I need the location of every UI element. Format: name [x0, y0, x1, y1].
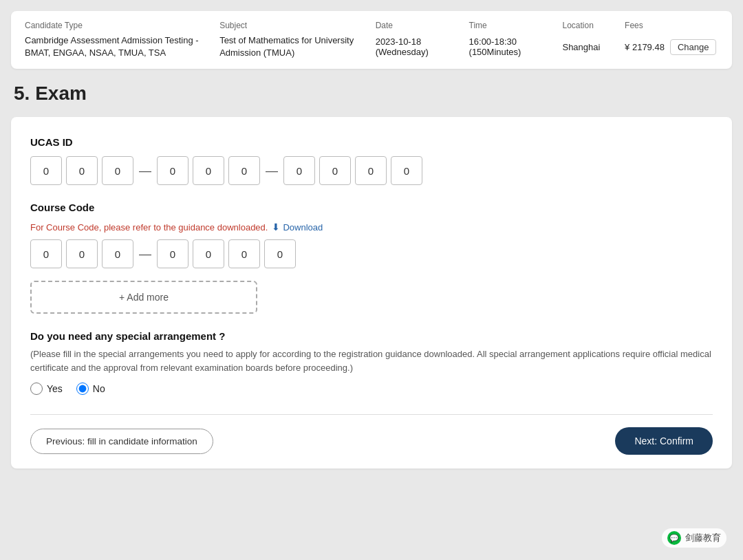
course-digit-6[interactable] — [228, 239, 260, 268]
ucas-id-label: UCAS ID — [30, 136, 713, 148]
ucas-digit-4[interactable] — [157, 156, 189, 185]
watermark: 💬 剑藤教育 — [662, 528, 726, 548]
radio-yes[interactable] — [30, 383, 43, 395]
previous-button[interactable]: Previous: fill in candidate information — [30, 429, 213, 454]
ucas-id-inputs: — — — [30, 156, 713, 185]
header-time: Time — [469, 21, 563, 30]
ucas-digit-2[interactable] — [66, 156, 98, 185]
next-button[interactable]: Next: Confirm — [615, 427, 713, 455]
location-value: Shanghai — [562, 42, 625, 52]
ucas-separator-2: — — [264, 164, 279, 178]
date-value: 2023-10-18 (Wednesday) — [376, 36, 469, 57]
summary-header: Candidate Type Subject Date Time Locatio… — [25, 21, 718, 30]
course-separator-1: — — [138, 247, 153, 261]
course-digit-5[interactable] — [193, 239, 224, 268]
download-label: Download — [283, 222, 323, 233]
radio-yes-label[interactable]: Yes — [30, 383, 63, 395]
add-more-button[interactable]: + Add more — [30, 281, 257, 314]
download-link[interactable]: ⬇ Download — [272, 222, 323, 233]
change-button[interactable]: Change — [670, 39, 717, 55]
course-code-inputs: — — [30, 239, 713, 268]
main-form-card: UCAS ID — — Course Code For Course Code,… — [11, 117, 732, 469]
course-digit-2[interactable] — [66, 239, 98, 268]
special-arrangement-title: Do you need any special arrangement ? — [30, 330, 713, 342]
wechat-icon: 💬 — [667, 531, 681, 545]
header-fees: Fees — [625, 21, 718, 30]
course-digit-4[interactable] — [157, 239, 189, 268]
download-icon: ⬇ — [272, 222, 280, 233]
ucas-digit-3[interactable] — [102, 156, 133, 185]
course-digit-3[interactable] — [102, 239, 133, 268]
navigation-buttons: Previous: fill in candidate information … — [30, 427, 713, 455]
course-digit-7[interactable] — [264, 239, 296, 268]
course-code-section: Course Code For Course Code, please refe… — [30, 202, 713, 268]
ucas-digit-10[interactable] — [391, 156, 422, 185]
radio-no-text: No — [93, 383, 105, 394]
candidate-type-value: Cambridge Assessment Admission Testing -… — [25, 34, 219, 59]
header-subject: Subject — [219, 21, 376, 30]
ucas-separator-1: — — [138, 164, 153, 178]
watermark-text: 剑藤教育 — [685, 532, 721, 544]
ucas-digit-6[interactable] — [228, 156, 260, 185]
ucas-digit-5[interactable] — [193, 156, 224, 185]
ucas-digit-9[interactable] — [355, 156, 387, 185]
special-arrangement-note: (Please fill in the special arrangements… — [30, 347, 713, 374]
fees-value: ¥ 2179.48 Change — [625, 39, 718, 55]
subject-value: Test of Mathematics for University Admis… — [219, 34, 376, 59]
header-location: Location — [562, 21, 625, 30]
summary-body: Cambridge Assessment Admission Testing -… — [25, 34, 718, 59]
course-code-note-row: For Course Code, please refer to the gui… — [30, 222, 713, 233]
radio-no[interactable] — [76, 383, 89, 395]
special-arrangement-radio-group: Yes No — [30, 383, 713, 395]
course-code-label: Course Code — [30, 202, 713, 213]
time-value: 16:00-18:30 (150Minutes) — [469, 36, 563, 57]
ucas-digit-8[interactable] — [319, 156, 351, 185]
ucas-digit-7[interactable] — [283, 156, 315, 185]
course-digit-1[interactable] — [30, 239, 62, 268]
fees-amount: ¥ 2179.48 — [625, 42, 665, 52]
radio-yes-text: Yes — [47, 383, 63, 394]
section-divider — [30, 414, 713, 415]
ucas-digit-1[interactable] — [30, 156, 62, 185]
header-date: Date — [376, 21, 469, 30]
top-summary-card: Candidate Type Subject Date Time Locatio… — [11, 11, 732, 69]
page-title: 5. Exam — [11, 83, 732, 105]
ucas-id-section: UCAS ID — — — [30, 136, 713, 185]
header-candidate-type: Candidate Type — [25, 21, 219, 30]
special-arrangement-section: Do you need any special arrangement ? (P… — [30, 330, 713, 395]
radio-no-label[interactable]: No — [76, 383, 105, 395]
course-code-note-text: For Course Code, please refer to the gui… — [30, 222, 268, 233]
